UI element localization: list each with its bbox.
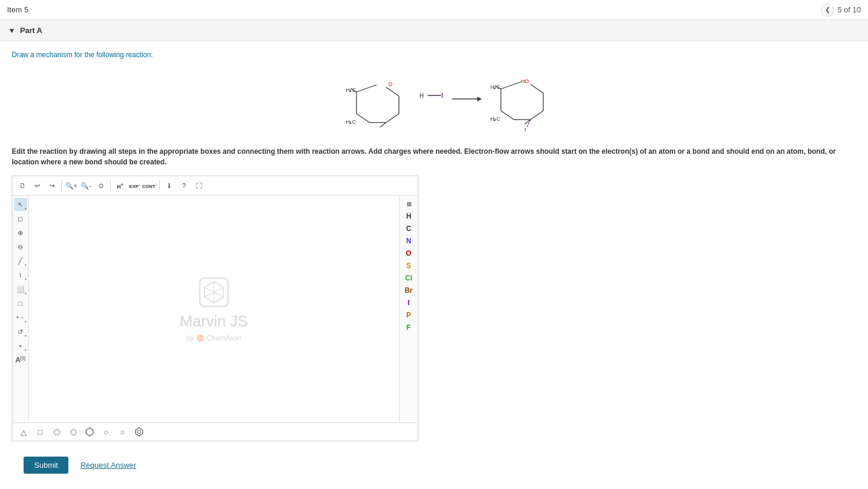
part-label: Part A: [20, 26, 42, 35]
help-icon: ?: [182, 182, 186, 189]
add-charge-button[interactable]: ⊕: [14, 226, 27, 239]
svg-text:HO: HO: [521, 78, 529, 84]
element-Br-button[interactable]: Br: [401, 285, 417, 296]
heptagon-button[interactable]: [83, 425, 96, 438]
left-tool-panel: ↖ ▾ ◻ ⊕ ⊖ ╱ ▾ ⌇ ▾: [12, 196, 29, 422]
element-F-button[interactable]: F: [401, 322, 417, 333]
element-I-button[interactable]: I: [401, 297, 417, 309]
zoom-out-button[interactable]: 🔍-: [80, 179, 93, 192]
element-N-button[interactable]: N: [401, 235, 417, 247]
svg-text:H: H: [420, 92, 424, 99]
select-tool-button[interactable]: ↖ ▾: [14, 198, 27, 211]
item-label: Item 5: [7, 5, 28, 14]
element-H-button[interactable]: H: [401, 210, 417, 222]
submit-area: Submit Request Answer: [12, 451, 856, 480]
nav-controls: ❮ 5 of 10: [821, 4, 861, 16]
triangle-button[interactable]: △: [17, 425, 30, 438]
hplus-button[interactable]: H+: [114, 179, 127, 192]
select-icon: ↖: [18, 201, 23, 209]
svg-text:I: I: [441, 92, 443, 99]
ring-tool-button[interactable]: □: [14, 297, 27, 310]
svg-line-22: [530, 84, 543, 93]
info-button[interactable]: ℹ: [163, 179, 176, 192]
svg-line-11: [380, 123, 386, 127]
svg-line-29: [524, 120, 530, 124]
zoom-in-button[interactable]: 🔍+: [65, 179, 78, 192]
element-grid-button[interactable]: ⊞: [401, 198, 417, 210]
square-button[interactable]: □: [34, 425, 47, 438]
reaction-arrow-expand: ▾: [25, 319, 27, 323]
pentagon-button[interactable]: ⬠: [50, 425, 63, 438]
hplus-label: H+: [117, 182, 124, 190]
help-button[interactable]: ?: [177, 179, 190, 192]
new-file-button[interactable]: 🗋: [16, 179, 29, 192]
editor-toolbar: 🗋 ↩ ↪ 🔍+ 🔍- ⊙ H+ EXP↓: [12, 176, 418, 196]
hexagon-button[interactable]: ⬡: [67, 425, 80, 438]
new-file-icon: 🗋: [19, 182, 26, 189]
exp-button[interactable]: EXP↓: [128, 179, 141, 192]
chevron-left-icon: ❮: [825, 6, 830, 14]
ellipse-button[interactable]: ○: [116, 425, 129, 438]
select-arrow: ▾: [25, 206, 27, 210]
curved-arrow-button[interactable]: ↺ ▾: [14, 325, 27, 338]
svg-line-3: [357, 85, 377, 92]
chain-arrow: ▾: [25, 277, 27, 281]
progress-text: 5 of 10: [837, 5, 861, 14]
zoom-out-icon: 🔍-: [81, 182, 91, 190]
template-icon: ⬜: [16, 286, 25, 293]
octagon-button[interactable]: ○: [100, 425, 113, 438]
element-Cl-button[interactable]: Cl: [401, 272, 417, 284]
remove-charge-icon: ⊖: [18, 243, 23, 251]
part-header[interactable]: ▼ Part A: [0, 20, 868, 41]
reaction-diagram: H₃C O H₃C: [12, 70, 856, 134]
request-answer-link[interactable]: Request Answer: [80, 461, 136, 470]
canvas-area[interactable]: Marvin JS by CA ChemAxon: [29, 196, 399, 422]
svg-line-6: [386, 114, 399, 123]
svg-text:H₃C: H₃C: [346, 87, 356, 93]
cont-button[interactable]: CONT↓: [143, 179, 156, 192]
instructions-text: Edit the reaction by drawing all steps i…: [12, 146, 856, 167]
marvin-watermark: Marvin JS by CA ChemAxon: [180, 276, 248, 342]
marvin-title-text: Marvin JS: [180, 312, 248, 331]
svg-text:CA: CA: [197, 336, 203, 341]
marvin-logo-icon: [197, 276, 230, 309]
separator1: [61, 180, 62, 191]
svg-point-40: [137, 430, 141, 434]
template-tool-button[interactable]: ⬜ ▾: [14, 283, 27, 296]
bond-arrow: ▾: [25, 263, 27, 267]
part-section: ▼ Part A: [0, 20, 868, 41]
svg-line-24: [530, 111, 543, 120]
svg-marker-16: [477, 97, 481, 101]
lone-pair-button[interactable]: • ▾: [14, 339, 27, 352]
ring-icon: □: [18, 300, 22, 307]
element-C-button[interactable]: C: [401, 223, 417, 234]
bond-icon: ╱: [18, 257, 22, 265]
redo-button[interactable]: ↪: [45, 179, 58, 192]
remove-charge-button[interactable]: ⊖: [14, 240, 27, 253]
prev-nav-button[interactable]: ❮: [821, 4, 834, 16]
separator3: [159, 180, 160, 191]
chain-icon: ⌇: [19, 272, 22, 279]
erase-tool-button[interactable]: ◻: [14, 212, 27, 225]
submit-button[interactable]: Submit: [24, 457, 68, 474]
fullscreen-button[interactable]: ⛶: [192, 179, 205, 192]
element-S-button[interactable]: S: [401, 260, 417, 272]
zoom-fit-button[interactable]: ⊙: [94, 179, 107, 192]
bond-tool-button[interactable]: ╱ ▾: [14, 255, 27, 267]
element-P-button[interactable]: P: [401, 309, 417, 321]
benzene-button[interactable]: [133, 425, 146, 438]
right-element-panel: ⊞ H C N O S Cl Br I P F: [399, 196, 418, 422]
add-charge-icon: ⊕: [18, 229, 23, 237]
marvin-subtitle: by CA ChemAxon: [186, 334, 242, 342]
marvin-editor: 🗋 ↩ ↪ 🔍+ 🔍- ⊙ H+ EXP↓: [12, 176, 418, 441]
svg-line-26: [501, 111, 514, 120]
curved-arrow-expand: ▾: [25, 333, 27, 338]
chain-tool-button[interactable]: ⌇ ▾: [14, 269, 27, 282]
text-tool-button[interactable]: A[1]: [14, 353, 27, 366]
fullscreen-icon: ⛶: [196, 182, 202, 189]
undo-button[interactable]: ↩: [31, 179, 44, 192]
element-O-button[interactable]: O: [401, 247, 417, 259]
reaction-arrow-button[interactable]: +→ ▾: [14, 311, 27, 324]
separator2: [110, 180, 111, 191]
info-icon: ℹ: [168, 182, 170, 190]
